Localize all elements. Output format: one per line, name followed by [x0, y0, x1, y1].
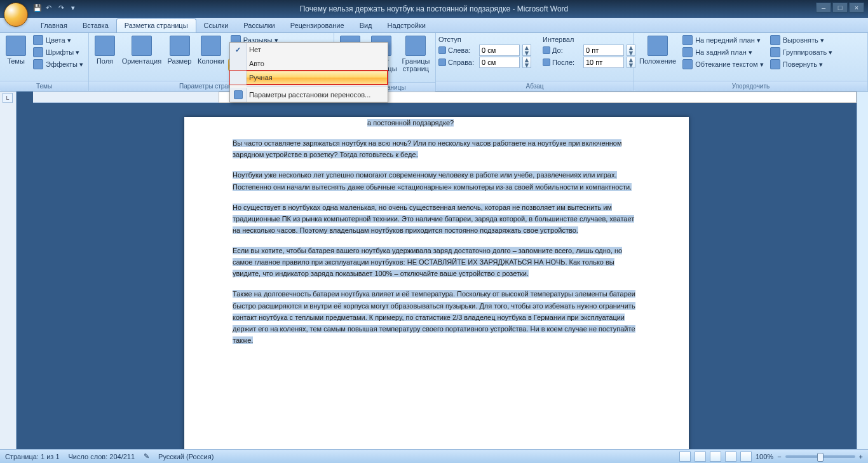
- paragraph-text: Также на долговечность батареи ноутбука …: [233, 290, 635, 344]
- zoom-level[interactable]: 100%: [756, 453, 773, 460]
- themes-icon: [6, 36, 26, 56]
- close-button[interactable]: ×: [849, 3, 864, 13]
- position-icon: [648, 36, 668, 56]
- indent-left-label: Слева:: [438, 46, 477, 54]
- qat-more-icon[interactable]: ▾: [71, 4, 81, 14]
- size-icon: [170, 36, 190, 56]
- theme-fonts-button[interactable]: Шрифты ▾: [31, 46, 86, 58]
- vertical-scrollbar[interactable]: [857, 92, 868, 449]
- horizontal-ruler[interactable]: [33, 92, 857, 103]
- undo-icon[interactable]: ↶: [46, 4, 56, 14]
- indent-left-icon: [438, 46, 446, 54]
- tab-view[interactable]: Вид: [352, 19, 380, 32]
- indent-right-input[interactable]: [479, 57, 520, 68]
- align-button[interactable]: Выровнять ▾: [768, 34, 836, 46]
- back-icon: [682, 47, 693, 57]
- hyphenation-none[interactable]: Нет: [230, 43, 388, 57]
- title-bar: 💾 ↶ ↷ ▾ Почему нельзя держать ноутбук на…: [0, 0, 868, 18]
- wrap-icon: [682, 59, 693, 69]
- maximize-button[interactable]: □: [832, 3, 848, 13]
- hyphenation-manual[interactable]: Ручная: [230, 71, 388, 85]
- hyph-options-icon: [234, 90, 243, 99]
- orientation-icon: [132, 36, 152, 56]
- view-print-layout[interactable]: [679, 452, 691, 462]
- indent-label: Отступ: [438, 36, 531, 43]
- view-full-screen[interactable]: [695, 452, 706, 462]
- hyphenation-auto[interactable]: Авто: [230, 57, 388, 71]
- group-label-themes: Темы: [0, 81, 88, 91]
- send-back-button[interactable]: На задний план ▾: [680, 46, 766, 58]
- view-outline[interactable]: [725, 452, 736, 462]
- text-wrap-button[interactable]: Обтекание текстом ▾: [680, 59, 766, 70]
- group-label-arrange: Упорядочить: [634, 81, 867, 91]
- colors-icon: [33, 35, 43, 45]
- margins-icon: [95, 36, 115, 56]
- status-page[interactable]: Страница: 1 из 1: [5, 453, 60, 460]
- hyphenation-options[interactable]: Параметры расстановки переносов...: [230, 88, 388, 102]
- ribbon: Темы Цвета ▾ Шрифты ▾ Эффекты ▾ Темы Пол…: [0, 33, 868, 92]
- status-words[interactable]: Число слов: 204/211: [69, 453, 135, 460]
- spacing-label: Интервал: [543, 36, 635, 43]
- redo-icon[interactable]: ↷: [58, 4, 69, 14]
- theme-colors-button[interactable]: Цвета ▾: [31, 34, 86, 46]
- paragraph-text: Если вы хотите, чтобы батарея вашего ноу…: [233, 247, 622, 277]
- spacing-before-label: До:: [543, 46, 581, 54]
- zoom-in-button[interactable]: +: [859, 453, 863, 460]
- hyphenation-dropdown: Нет Авто Ручная Параметры расстановки пе…: [229, 42, 388, 102]
- view-draft[interactable]: [740, 452, 752, 462]
- indent-right-icon: [438, 59, 446, 66]
- themes-button[interactable]: Темы: [3, 34, 29, 66]
- borders-icon: [405, 36, 426, 56]
- effects-icon: [33, 59, 43, 69]
- view-web-layout[interactable]: [710, 452, 721, 462]
- group-button[interactable]: Группировать ▾: [768, 46, 836, 58]
- columns-icon: [201, 36, 221, 56]
- spacing-after-icon: [543, 59, 550, 66]
- paragraph-text: Вы часто оставляете заряжаться ноутбук н…: [233, 139, 621, 158]
- front-icon: [682, 35, 693, 45]
- orientation-button[interactable]: Ориентация: [119, 34, 164, 66]
- spacing-after-input[interactable]: [583, 57, 624, 68]
- zoom-out-button[interactable]: −: [777, 453, 781, 460]
- bring-front-button[interactable]: На передний план ▾: [680, 34, 766, 46]
- doc-title-fragment: а постоянной подзарядке?: [367, 119, 454, 127]
- ruler-corner[interactable]: L: [3, 93, 13, 103]
- align-icon: [770, 35, 780, 45]
- indent-left-input[interactable]: [479, 45, 520, 56]
- tab-addins[interactable]: Надстройки: [380, 19, 433, 32]
- tab-home[interactable]: Главная: [33, 19, 75, 32]
- document-area[interactable]: а постоянной подзарядке? Вы часто оставл…: [17, 92, 857, 449]
- rotate-icon: [770, 59, 780, 69]
- status-proofing-icon[interactable]: ✎: [144, 452, 149, 460]
- position-button[interactable]: Положение: [637, 34, 679, 66]
- tab-references[interactable]: Ссылки: [196, 19, 236, 32]
- status-language[interactable]: Русский (Россия): [158, 453, 214, 460]
- indent-left-spinner[interactable]: ▲▼: [522, 45, 531, 56]
- quick-access-toolbar: 💾 ↶ ↷ ▾: [33, 4, 81, 14]
- window-title: Почему нельзя держать ноутбук на постоян…: [300, 4, 569, 13]
- rotate-button[interactable]: Повернуть ▾: [768, 59, 836, 70]
- save-icon[interactable]: 💾: [33, 4, 43, 14]
- theme-effects-button[interactable]: Эффекты ▾: [31, 59, 86, 70]
- zoom-slider[interactable]: [785, 455, 855, 458]
- spacing-before-icon: [543, 46, 550, 54]
- indent-right-spinner[interactable]: ▲▼: [522, 57, 531, 68]
- office-button[interactable]: [4, 3, 28, 27]
- size-button[interactable]: Размер: [165, 34, 194, 66]
- tab-page-layout[interactable]: Разметка страницы: [116, 18, 196, 32]
- margins-button[interactable]: Поля: [92, 34, 118, 66]
- vertical-ruler[interactable]: [0, 92, 17, 449]
- group-icon: [770, 47, 780, 57]
- document-page[interactable]: а постоянной подзарядке? Вы часто оставл…: [184, 117, 689, 449]
- tab-review[interactable]: Рецензирование: [283, 19, 352, 32]
- minimize-button[interactable]: –: [816, 3, 831, 13]
- ribbon-tabs: Главная Вставка Разметка страницы Ссылки…: [0, 18, 868, 33]
- status-bar: Страница: 1 из 1 Число слов: 204/211 ✎ Р…: [0, 449, 868, 463]
- tab-insert[interactable]: Вставка: [75, 19, 116, 32]
- page-borders-button[interactable]: Границы страниц: [399, 34, 433, 74]
- tab-mailings[interactable]: Рассылки: [236, 19, 282, 32]
- paragraph-text: Ноутбуки уже несколько лет успешно помог…: [233, 171, 632, 190]
- spacing-after-label: После:: [543, 59, 581, 66]
- spacing-before-input[interactable]: [583, 45, 624, 56]
- columns-button[interactable]: Колонки: [195, 34, 227, 66]
